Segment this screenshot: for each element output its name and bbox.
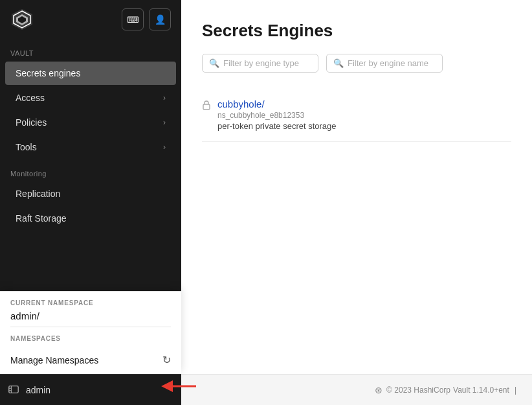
refresh-icon[interactable]: ↻ [162,354,171,366]
footer-version: Vault 1.14.0+ent [453,386,509,395]
manage-namespaces-label: Manage Namespaces [10,355,98,365]
search-icon-type: 🔍 [209,58,219,68]
admin-label: admin [26,385,164,395]
engine-id-cubbyhole: ns_cubbyhole_e8b12353 [217,111,337,120]
filter-engine-name[interactable]: 🔍 Filter by engine name [326,54,443,73]
sidebar-item-secrets-engines[interactable]: Secrets engines [5,62,176,85]
engine-name-cubbyhole[interactable]: cubbyhole/ [217,98,337,110]
engine-desc-cubbyhole: per-token private secret storage [217,121,337,131]
footer-separator: | [515,386,516,395]
filter-engine-type[interactable]: 🔍 Filter by engine type [202,54,318,73]
sidebar: ⌨ 👤 Vault Secrets engines Access › Polic… [0,0,181,405]
chevron-right-icon: › [163,93,166,102]
manage-namespaces-row[interactable]: Manage Namespaces ↻ [0,346,181,374]
current-namespace-label: Current Namespace [10,299,171,307]
filter-type-placeholder: Filter by engine type [223,58,299,68]
nav-label-tools: Tools [16,142,37,152]
namespaces-section: Namespaces [0,327,181,342]
chevron-right-icon: › [163,118,166,127]
footer-copyright: © 2023 HashiCorp [386,386,450,395]
main-footer: ⊛ © 2023 HashiCorp Vault 1.14.0+ent | [181,374,532,405]
header-icons: ⌨ 👤 [122,8,171,30]
sidebar-item-tools[interactable]: Tools › [5,135,176,159]
sidebar-item-raft-storage[interactable]: Raft Storage [5,207,176,230]
chevron-right-icon: › [163,143,166,152]
filter-row: 🔍 Filter by engine type 🔍 Filter by engi… [202,54,511,73]
hashicorp-logo: ⊛ [375,385,382,395]
engine-item-cubbyhole: cubbyhole/ ns_cubbyhole_e8b12353 per-tok… [202,88,511,142]
nav-label-policies: Policies [16,117,47,128]
filter-name-placeholder: Filter by engine name [348,58,428,68]
terminal-button[interactable]: ⌨ [122,8,144,30]
current-namespace-value: admin/ [10,310,171,321]
engine-info-cubbyhole: cubbyhole/ ns_cubbyhole_e8b12353 per-tok… [217,98,337,131]
main-content: Secrets Engines 🔍 Filter by engine type … [181,0,532,405]
lock-icon [202,100,211,113]
page-title: Secrets Engines [202,21,511,41]
svg-rect-10 [203,104,210,110]
vault-section-label: Vault [0,39,181,61]
sidebar-item-access[interactable]: Access › [5,86,176,110]
user-icon: 👤 [155,14,166,25]
monitoring-section-label: Monitoring [0,159,181,181]
sidebar-header: ⌨ 👤 [0,0,181,39]
namespaces-label: Namespaces [10,335,171,342]
engine-list: cubbyhole/ ns_cubbyhole_e8b12353 per-tok… [202,88,511,142]
terminal-icon: ⌨ [127,15,139,25]
nav-label-secrets-engines: Secrets engines [16,68,80,78]
sidebar-bottom-bar[interactable]: admin ⌃ [0,374,181,405]
admin-namespace-icon [8,384,21,397]
nav-label-replication: Replication [16,189,60,199]
user-button[interactable]: 👤 [149,8,171,30]
sidebar-item-policies[interactable]: Policies › [5,111,176,134]
svg-rect-4 [9,386,18,393]
nav-label-raft-storage: Raft Storage [16,213,67,224]
namespace-popup: Current Namespace admin/ Namespaces Mana… [0,291,181,374]
vault-logo [10,8,34,31]
sidebar-item-replication[interactable]: Replication [5,182,176,205]
current-namespace-section: Current Namespace admin/ [0,292,181,327]
nav-label-access: Access [16,93,45,103]
arrow-indicator [161,379,199,396]
search-icon-name: 🔍 [333,58,344,68]
